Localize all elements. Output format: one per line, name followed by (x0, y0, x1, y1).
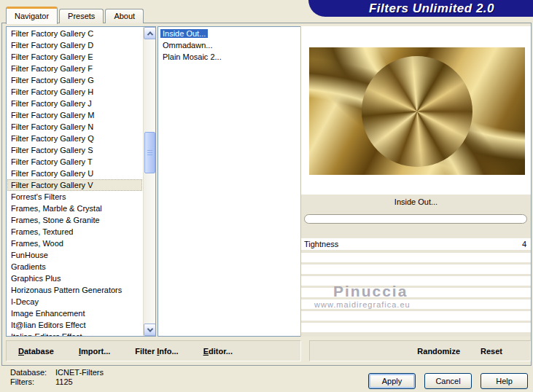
category-list-item[interactable]: Filter Factory Gallery Q (7, 133, 142, 144)
category-list-item[interactable]: Filter Factory Gallery N (7, 121, 142, 133)
category-label: Filter Factory Gallery C (11, 29, 93, 38)
category-list: Filter Factory Gallery C Filter Factory … (7, 28, 142, 337)
category-list-item[interactable]: Graphics Plus (7, 273, 142, 284)
selected-filter-name: Inside Out... (301, 195, 531, 211)
category-list-item[interactable]: Forrest's Filters (7, 191, 142, 203)
category-label: Italian Editors Effect (11, 332, 82, 337)
filter-list-item[interactable]: Inside Out... (159, 28, 299, 40)
tab[interactable]: Presets (59, 9, 104, 23)
watermark-url: www.maidiregrafica.eu (314, 300, 411, 309)
category-list-item[interactable]: Horizonaus Pattern Generators (7, 284, 142, 296)
chevron-up-icon (147, 31, 152, 37)
database-button[interactable]: Database (18, 347, 54, 356)
category-scrollbar[interactable] (143, 27, 155, 336)
category-list-item[interactable]: Filter Factory Gallery G (7, 74, 142, 86)
category-label: It@lian Editors Effect (11, 321, 86, 329)
category-list-item[interactable]: Filter Factory Gallery M (7, 109, 142, 121)
category-label: Filter Factory Gallery S (11, 146, 93, 154)
category-list-item[interactable]: Gradients (7, 261, 142, 273)
right-toolbar: Randomize Reset (309, 340, 531, 361)
category-list-item[interactable]: Filter Factory Gallery J (7, 98, 142, 109)
progress-bar (304, 214, 527, 224)
category-label: Filter Factory Gallery Q (11, 134, 94, 143)
category-label: Filter Factory Gallery M (11, 111, 94, 119)
database-status-label: Database: (10, 368, 45, 377)
tab[interactable]: Navigator (6, 7, 58, 24)
preview-pinwheel-circle (362, 56, 472, 167)
category-label: Filter Factory Gallery H (11, 87, 93, 96)
help-button[interactable]: Help (481, 373, 528, 389)
category-label: Filter Factory Gallery V (11, 181, 93, 189)
parameter-row[interactable]: Tightness 4 (301, 238, 531, 250)
category-list-item[interactable]: Frames, Textured (7, 226, 142, 238)
category-label: I-Decay (11, 297, 39, 306)
preview-image (309, 47, 525, 175)
preview-zone (301, 26, 531, 193)
category-label: Filter Factory Gallery T (11, 157, 93, 166)
tab-label: Navigator (15, 12, 49, 20)
filter-label: Ommadawn... (160, 41, 214, 50)
category-label: Graphics Plus (11, 274, 61, 283)
category-list-item[interactable]: Italian Editors Effect (7, 331, 142, 337)
apply-button[interactable]: Apply (368, 373, 416, 389)
category-label: Gradients (11, 262, 46, 271)
scroll-up-button[interactable] (144, 27, 156, 39)
category-list-item[interactable]: I-Decay (7, 296, 142, 307)
tab-label: Presets (68, 12, 95, 20)
category-list-item[interactable]: Filter Factory Gallery S (7, 144, 142, 156)
category-list-item[interactable]: Filter Factory Gallery D (7, 39, 142, 51)
category-list-item[interactable]: It@lian Editors Effect (7, 319, 142, 331)
editor-button[interactable]: Editor... (203, 347, 233, 356)
category-label: Image Enhancement (11, 309, 85, 318)
tab[interactable]: About (105, 9, 144, 23)
randomize-button[interactable]: Randomize (417, 347, 460, 356)
filter-info-button[interactable]: Filter Info... (135, 347, 178, 356)
cancel-button[interactable]: Cancel (424, 373, 472, 389)
category-list-item[interactable]: Filter Factory Gallery U (7, 168, 142, 179)
filter-label: Inside Out... (160, 29, 208, 38)
scrollbar-grip-icon (147, 150, 152, 156)
category-list-item[interactable]: Filter Factory Gallery V (7, 179, 142, 191)
left-toolbar: Database Import... Filter Info... Editor… (6, 340, 301, 361)
category-label: Frames, Stone & Granite (11, 216, 100, 224)
tab-label: About (114, 12, 135, 20)
category-label: Filter Factory Gallery N (11, 122, 93, 131)
category-list-item[interactable]: Filter Factory Gallery H (7, 86, 142, 98)
navigator-tab-page: Filter Factory Gallery C Filter Factory … (1, 23, 532, 366)
category-label: Frames, Marble & Crystal (11, 204, 102, 213)
filter-list: Inside Out... Ommadawn... Plain Mosaic 2… (159, 28, 299, 63)
category-label: Filter Factory Gallery J (11, 99, 92, 108)
category-list-item[interactable]: Filter Factory Gallery T (7, 156, 142, 168)
category-label: Frames, Wood (11, 239, 63, 248)
scroll-down-button[interactable] (144, 324, 156, 336)
category-list-item[interactable]: Filter Factory Gallery F (7, 63, 142, 74)
category-list-item[interactable]: Image Enhancement (7, 307, 142, 319)
category-list-item[interactable]: Frames, Wood (7, 238, 142, 249)
dialog-buttons: Apply Cancel Help (368, 373, 528, 389)
window-title: Filters Unlimited 2.0 (369, 1, 494, 16)
category-list-item[interactable]: FunHouse (7, 249, 142, 261)
category-label: Filter Factory Gallery E (11, 52, 93, 61)
reset-button[interactable]: Reset (481, 347, 502, 356)
import-button[interactable]: Import... (79, 347, 110, 356)
category-list-item[interactable]: Filter Factory Gallery E (7, 51, 142, 63)
filter-list-item[interactable]: Ommadawn... (159, 40, 299, 52)
filter-list-item[interactable]: Plain Mosaic 2... (159, 52, 299, 63)
category-list-item[interactable]: Frames, Stone & Granite (7, 214, 142, 226)
scrollbar-thumb[interactable] (144, 132, 155, 173)
filter-label: Plain Mosaic 2... (160, 52, 224, 61)
category-list-item[interactable]: Filter Factory Gallery C (7, 28, 142, 39)
category-label: Filter Factory Gallery D (11, 41, 93, 50)
category-label: Frames, Textured (11, 227, 73, 236)
empty-row (301, 264, 531, 274)
watermark: Pinuccia www.maidiregrafica.eu (314, 283, 411, 309)
category-list-item[interactable]: Frames, Marble & Crystal (7, 203, 142, 214)
category-label: FunHouse (11, 251, 48, 259)
tab-bar: Navigator Presets About (6, 7, 145, 23)
category-listbox: Filter Factory Gallery C Filter Factory … (6, 26, 156, 337)
status-area: Database: ICNET-Filters Filters: 1125 (10, 368, 104, 386)
chevron-down-icon (147, 326, 152, 332)
parameter-name: Tightness (304, 238, 338, 250)
parameter-value: 4 (522, 238, 526, 250)
empty-row (301, 323, 531, 332)
